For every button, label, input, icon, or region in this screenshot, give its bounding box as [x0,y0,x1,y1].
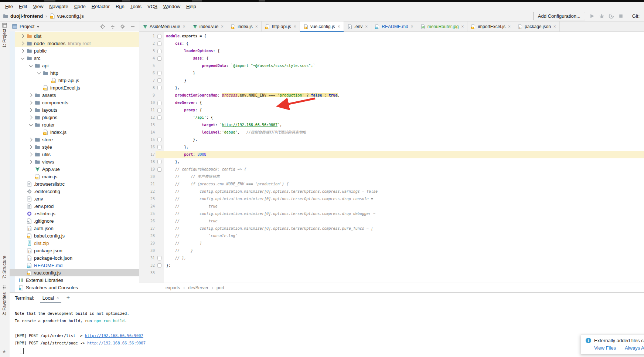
code-line[interactable]: 20 // // 生产去除日志 [139,173,644,181]
code-line[interactable]: 31 // }, [139,255,644,262]
tab-package.json[interactable]: {}package.json× [514,21,560,31]
tree-item-index.js[interactable]: JSindex.js [10,128,139,136]
chevron-right-icon[interactable] [28,108,32,112]
add-configuration-button[interactable]: Add Configuration... [533,12,585,20]
code-line[interactable]: 19 // configureWebpack: config => { [139,166,644,173]
tree-item-api[interactable]: api [10,62,139,69]
code-line[interactable]: 13 target: 'http://192.168.66.56:9007', [139,121,644,129]
debug-icon[interactable] [599,13,604,19]
tree-item-babel.config.js[interactable]: JSbabel.config.js [10,232,139,239]
tab-AsideMenu.vue[interactable]: AsideMenu.vue× [139,21,189,31]
tab-http-api.js[interactable]: JShttp-api.js× [262,21,300,31]
code-line[interactable]: 3 loaderOptions: { [139,47,644,55]
menu-view[interactable]: View [30,3,46,10]
code-line[interactable]: 11 proxy: { [139,107,644,114]
view-files-link[interactable]: View Files [594,345,616,351]
tree-item-vue.config.js[interactable]: JSvue.config.js [10,269,139,276]
tab-.env[interactable]: .env× [344,21,372,31]
new-terminal-icon[interactable]: + [67,294,70,301]
editor-breadcrumb-exports[interactable]: exports [164,285,182,290]
code-editor[interactable]: 1module.exports = {2 css: {3 loaderOptio… [139,32,644,283]
chevron-down-icon[interactable] [29,122,33,126]
terminal-link[interactable]: http://192.168.66.56:9007 [85,333,143,338]
tree-item-.eslintrc.js[interactable]: .eslintrc.js [10,210,139,217]
code-line[interactable]: 26 // true [139,218,644,225]
locate-file-icon[interactable] [100,24,105,29]
code-line[interactable]: 14 logLevel:'debug', //控制台终端打印代理前的真实地址 [139,129,644,136]
terminal-label[interactable]: Terminal: [15,295,34,301]
tree-item-components[interactable]: components [10,99,139,106]
code-line[interactable]: 23 // config.optimization.minimizer[0].o… [139,195,644,203]
code-line[interactable]: 5 prependData: `@import "~@/assets/scss/… [139,62,644,70]
tree-item-importExcel.js[interactable]: JSimportExcel.js [10,84,139,91]
stop-icon[interactable] [618,13,624,19]
fold-marker[interactable] [157,167,161,172]
chevron-right-icon[interactable] [28,115,32,119]
stripe-favorites-label[interactable]: 2: Favorites [2,292,7,316]
fold-marker[interactable] [157,56,161,61]
chevron-right-icon[interactable] [28,93,32,97]
stripe-structure-label[interactable]: 7: Structure [2,256,7,279]
menu-file[interactable]: File [2,3,16,10]
menu-code[interactable]: Code [71,3,89,10]
structure-tool-icon[interactable] [2,285,7,290]
close-icon[interactable]: × [221,24,224,29]
chevron-right-icon[interactable] [28,152,32,156]
fold-marker[interactable] [157,108,161,112]
tree-item-.env.prod[interactable]: .env.prod [10,202,139,210]
editor-breadcrumb-port[interactable]: port [215,285,226,290]
fold-marker[interactable] [157,78,161,83]
chevron-right-icon[interactable] [20,49,24,53]
menu-vcs[interactable]: VCS [144,3,160,10]
hide-panel-icon[interactable] [130,24,135,29]
editor-breadcrumb-devServer[interactable]: devServer [186,285,210,290]
always-add-link[interactable]: Always Add [625,345,644,351]
breadcrumb-project[interactable]: duoji-frontend [10,13,43,19]
tree-item-README.md[interactable]: MDREADME.md [10,262,139,269]
tree-item-node_modules[interactable]: node_moduleslibrary root [10,40,139,47]
close-icon[interactable]: × [508,24,511,29]
breadcrumb-file[interactable]: vue.config.js [57,13,84,19]
chevron-right-icon[interactable] [28,160,32,164]
terminal-link[interactable]: http://192.168.66.56:9007 [87,341,146,345]
code-line[interactable]: 33 [139,269,644,277]
fold-marker[interactable] [157,101,161,105]
gear-icon[interactable] [120,24,125,29]
code-line[interactable]: 24 // true [139,203,644,210]
code-line[interactable]: 18 }, [139,158,644,166]
tab-vue.config.js[interactable]: JSvue.config.js× [300,21,344,31]
fold-marker[interactable] [157,71,161,75]
tree-item-.gitignore[interactable]: .gitignore [10,217,139,225]
tree-item-.env[interactable]: .env [10,195,139,202]
code-line[interactable]: 1module.exports = { [139,33,644,40]
tree-item-dist.zip[interactable]: dist.zip [10,239,139,247]
close-icon[interactable]: × [255,24,258,29]
chevron-right-icon[interactable] [20,41,24,45]
tree-item-External Libraries[interactable]: External Libraries [10,276,139,284]
menu-tools[interactable]: Tools [127,3,144,10]
menu-edit[interactable]: Edit [16,3,30,10]
code-line[interactable]: 27 // config.optimization.minimizer[0].o… [139,225,644,232]
chevron-down-icon[interactable] [29,63,33,67]
fold-marker[interactable] [157,34,161,38]
close-icon[interactable]: × [183,24,185,29]
tree-item-style[interactable]: style [10,143,139,151]
code-line[interactable]: 22 // config.optimization.minimizer[0].o… [139,188,644,195]
tree-item-layouts[interactable]: layouts [10,106,139,114]
menu-navigate[interactable]: Navigate [46,3,71,10]
tree-item-.editorconfig[interactable]: .editorconfig [10,188,139,195]
tree-item-dist[interactable]: dist [10,32,139,40]
chevron-down-icon[interactable] [37,26,40,28]
close-icon[interactable]: × [553,24,556,29]
chevron-right-icon[interactable] [28,101,32,104]
fold-marker[interactable] [157,41,161,46]
tree-item-package.json[interactable]: {}package.json [10,247,139,254]
project-tool-icon[interactable] [2,23,7,28]
code-line[interactable]: 21 // if (process.env.NODE_ENV === 'prod… [139,181,644,188]
terminal-tab-local[interactable]: Local × [40,293,62,303]
chevron-down-icon[interactable] [21,56,24,60]
tab-index.js[interactable]: JSindex.js× [227,21,262,31]
code-line[interactable]: 30 // } [139,247,644,255]
code-line[interactable]: 4 sass: { [139,55,644,62]
stripe-project-label[interactable]: 1: Project [2,29,7,48]
